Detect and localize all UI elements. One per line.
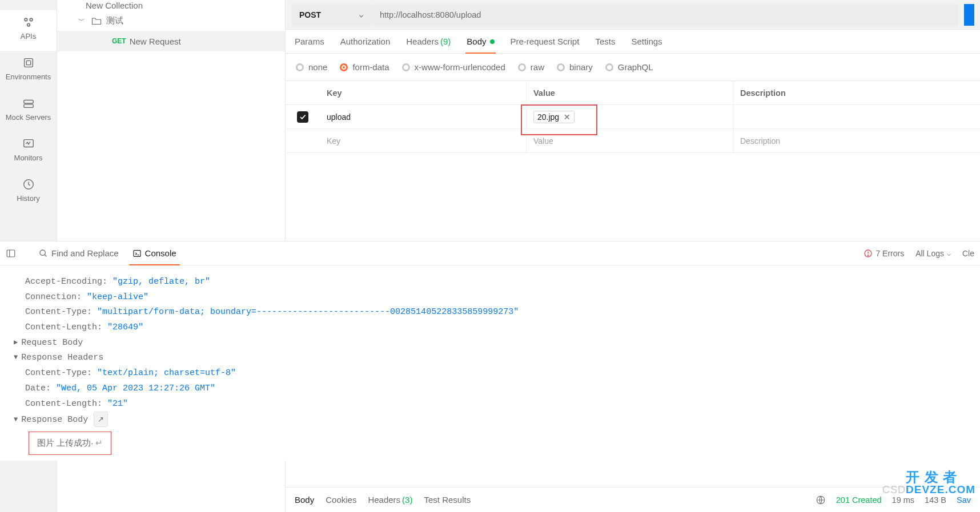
body-type-none[interactable]: none xyxy=(296,62,327,72)
clear-button[interactable]: Cle xyxy=(962,249,974,258)
tab-pre-request[interactable]: Pre-request Script xyxy=(511,30,580,53)
log-value: "21" xyxy=(107,399,128,409)
tab-label: Console xyxy=(145,248,176,258)
triangle-down-icon: ▼ xyxy=(14,353,18,361)
nav-item-history[interactable]: History xyxy=(0,172,57,213)
svg-point-2 xyxy=(27,23,30,26)
highlight-annotation xyxy=(521,104,597,135)
nav-item-environments[interactable]: Environments xyxy=(0,51,57,91)
tab-headers[interactable]: Headers(9) xyxy=(406,30,451,53)
log-value: "keep-alive" xyxy=(87,292,148,302)
save-response-button[interactable]: Sav xyxy=(957,495,971,505)
body-type-label: form-data xyxy=(352,62,389,72)
svg-point-12 xyxy=(40,250,45,255)
panel-toggle-icon[interactable] xyxy=(6,248,16,259)
chevron-down-icon: ⌵ xyxy=(359,11,363,19)
all-logs-dropdown[interactable]: All Logs ⌵ xyxy=(915,249,951,258)
section-response-headers[interactable]: ▼Response Headers xyxy=(14,350,980,366)
status-text: 201 Created xyxy=(836,495,882,505)
section-label: Request Body xyxy=(21,338,83,348)
tab-authorization[interactable]: Authorization xyxy=(340,30,391,53)
table-row-placeholder[interactable]: Key Value Description xyxy=(286,129,980,153)
watermark: 开 发 者 DEVZE.COM xyxy=(906,470,975,495)
res-tab-body[interactable]: Body xyxy=(295,495,314,505)
body-type-graphql[interactable]: GraphQL xyxy=(605,62,653,72)
send-button[interactable] xyxy=(964,4,974,26)
url-input[interactable] xyxy=(372,4,958,26)
row-key[interactable]: upload xyxy=(320,105,527,128)
svg-point-0 xyxy=(25,18,27,21)
header-value: Value xyxy=(527,81,733,104)
res-tab-headers[interactable]: Headers(3) xyxy=(368,495,412,505)
body-type-label: none xyxy=(308,62,327,72)
tab-body[interactable]: Body xyxy=(467,30,494,53)
nav-label: Environments xyxy=(6,72,51,81)
nav-item-monitors[interactable]: Monitors xyxy=(0,132,57,172)
row-checkbox[interactable] xyxy=(297,111,308,123)
monitors-icon xyxy=(22,138,35,150)
log-value: "28649" xyxy=(107,322,143,332)
tab-label: Find and Replace xyxy=(51,248,119,258)
folder-icon xyxy=(91,17,102,25)
placeholder-key: Key xyxy=(320,129,527,152)
res-tab-test-results[interactable]: Test Results xyxy=(424,495,471,505)
footer-tab-console[interactable]: Console xyxy=(130,241,179,265)
headers-count: (9) xyxy=(440,37,451,46)
radio-icon xyxy=(402,63,410,71)
tab-label: Headers xyxy=(406,37,439,46)
all-logs-label: All Logs xyxy=(915,249,944,258)
body-type-binary[interactable]: binary xyxy=(557,62,593,72)
body-type-raw[interactable]: raw xyxy=(518,62,544,72)
tab-settings[interactable]: Settings xyxy=(631,30,662,53)
body-type-form-data[interactable]: form-data xyxy=(340,62,389,72)
response-time: 19 ms xyxy=(892,495,915,505)
footer-tab-find-replace[interactable]: Find and Replace xyxy=(37,241,121,265)
svg-point-17 xyxy=(868,255,869,255)
chevron-down-icon: ⌵ xyxy=(947,249,951,257)
mock-servers-icon xyxy=(22,97,35,110)
nav-item-mock-servers[interactable]: Mock Servers xyxy=(0,91,57,132)
tab-params[interactable]: Params xyxy=(295,30,324,53)
body-types: none form-data x-www-form-urlencoded raw… xyxy=(286,54,980,81)
placeholder-desc: Description xyxy=(733,136,980,146)
collection-folder[interactable]: ﹀ 测试 xyxy=(57,10,285,31)
bottom-panel: Find and Replace Console 7 Errors All Lo… xyxy=(0,241,980,461)
log-key: Accept-Encoding: xyxy=(25,277,113,287)
apis-icon xyxy=(22,16,35,29)
nav-item-apis[interactable]: APIs xyxy=(0,10,57,51)
globe-icon[interactable] xyxy=(816,495,826,505)
environments-icon xyxy=(22,57,35,69)
section-response-body[interactable]: ▼Response Body↗ xyxy=(14,412,980,428)
folder-label: 测试 xyxy=(106,15,123,26)
table-header: Key Value Description xyxy=(286,81,980,105)
body-type-label: raw xyxy=(531,62,544,72)
log-value: "text/plain; charset=utf-8" xyxy=(97,368,236,378)
request-tabs: Params Authorization Headers(9) Body Pre… xyxy=(286,30,980,54)
collection-new[interactable]: New Collection xyxy=(57,0,285,10)
tab-label: Settings xyxy=(631,37,662,46)
svg-rect-10 xyxy=(7,250,15,257)
log-value: "Wed, 05 Apr 2023 12:27:26 GMT" xyxy=(56,384,215,393)
cr-icon: ↵ xyxy=(95,438,103,448)
tab-tests[interactable]: Tests xyxy=(595,30,615,53)
body-type-xwww[interactable]: x-www-form-urlencoded xyxy=(402,62,505,72)
collection-request[interactable]: GET New Request xyxy=(57,31,285,51)
nav-label: Monitors xyxy=(14,154,43,162)
body-dot-icon xyxy=(490,39,495,44)
triangle-right-icon: ▶ xyxy=(14,338,18,346)
response-tabs: Body Cookies Headers(3) Test Results xyxy=(295,495,471,505)
section-request-body[interactable]: ▶Request Body xyxy=(14,336,980,351)
tab-label: Pre-request Script xyxy=(511,37,580,46)
nav-label: Mock Servers xyxy=(6,113,51,122)
res-tab-cookies[interactable]: Cookies xyxy=(326,495,356,505)
method-dropdown[interactable]: POST ⌵ xyxy=(291,4,371,26)
request-name: New Request xyxy=(130,37,181,46)
footer-tabs: Find and Replace Console 7 Errors All Lo… xyxy=(0,241,980,265)
errors-badge[interactable]: 7 Errors xyxy=(863,249,904,258)
radio-icon xyxy=(557,63,565,71)
section-label: Response Headers xyxy=(21,353,103,362)
watermark-line1: 开 发 者 xyxy=(906,470,975,484)
svg-rect-5 xyxy=(23,100,33,104)
response-size: 143 B xyxy=(925,495,946,505)
popout-icon[interactable]: ↗ xyxy=(94,412,108,427)
